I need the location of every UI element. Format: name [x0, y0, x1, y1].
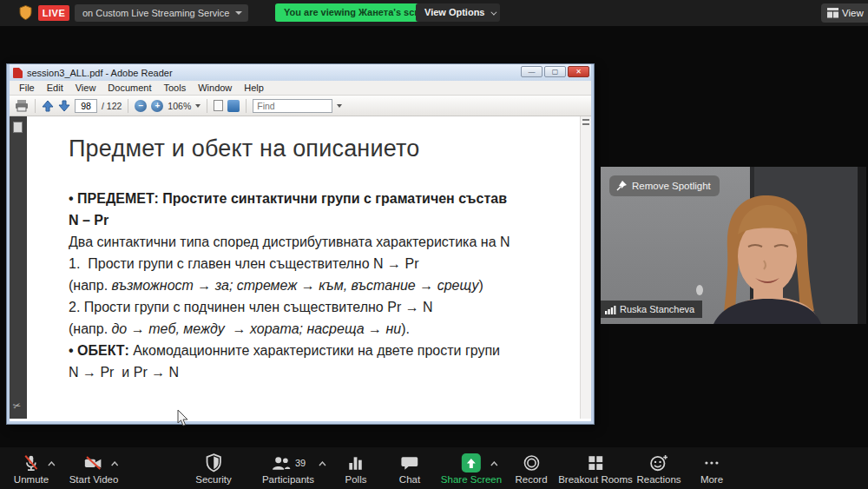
- menu-window[interactable]: Window: [192, 83, 238, 93]
- chat-label: Chat: [399, 474, 420, 485]
- window-title: session3_ALL.pdf - Adobe Reader: [27, 68, 173, 78]
- menu-bar: File Edit View Document Tools Window Hel…: [10, 81, 591, 96]
- menu-file[interactable]: File: [13, 83, 41, 93]
- zoom-level-label: 106%: [168, 101, 191, 111]
- chevron-up-icon[interactable]: [319, 461, 326, 466]
- stream-service-dropdown[interactable]: on Custom Live Streaming Service: [75, 4, 248, 22]
- scrollbar-grip-icon: [582, 119, 589, 125]
- polls-button[interactable]: Polls: [345, 453, 367, 485]
- reactions-smiley-icon: [649, 454, 668, 472]
- slide-line: N – Pr: [69, 213, 108, 228]
- chat-bubble-icon: [401, 454, 418, 472]
- breakout-rooms-button[interactable]: Breakout Rooms: [558, 453, 633, 485]
- record-icon: [523, 454, 540, 472]
- pdf-toolbar: / 122 − + 106%: [10, 96, 591, 116]
- page-number-input[interactable]: [75, 99, 97, 113]
- reactions-button[interactable]: Reactions: [636, 453, 681, 485]
- zoom-out-button[interactable]: −: [135, 100, 147, 112]
- slide-line: N → Pr и Pr → N: [69, 361, 580, 383]
- live-badge: LIVE: [38, 5, 69, 21]
- toolbar-separator: [35, 99, 36, 113]
- chat-button[interactable]: Chat: [399, 453, 420, 485]
- menu-tools[interactable]: Tools: [158, 83, 193, 93]
- slide-line: (напр. до → теб, между → хората; насреща…: [69, 318, 580, 340]
- window-title-bar[interactable]: session3_ALL.pdf - Adobe Reader — ▢ ✕: [10, 64, 591, 81]
- encryption-shield-icon: [19, 5, 32, 23]
- pin-icon: [616, 180, 628, 191]
- microphone-muted-icon: [22, 453, 41, 472]
- minimize-button[interactable]: —: [521, 66, 542, 77]
- slide-line: • ОБЕКТ: Акомодационните характеристики …: [69, 340, 580, 361]
- participant-name-tag: Ruska Stancheva: [601, 301, 702, 318]
- participant-video-tile[interactable]: Remove Spotlight Ruska Stancheva: [601, 167, 866, 324]
- toolbar-separator: [246, 99, 247, 113]
- page-total-label: / 122: [102, 101, 122, 111]
- previous-page-icon[interactable]: [42, 100, 54, 112]
- find-input[interactable]: [253, 99, 332, 113]
- find-dropdown-icon[interactable]: [337, 104, 342, 108]
- menu-view[interactable]: View: [69, 83, 102, 93]
- view-button[interactable]: View: [821, 3, 868, 23]
- adobe-reader-window: session3_ALL.pdf - Adobe Reader — ▢ ✕ Fi…: [7, 64, 594, 424]
- meeting-top-bar: LIVE on Custom Live Streaming Service Yo…: [0, 0, 868, 26]
- record-button[interactable]: Record: [515, 453, 547, 485]
- slide-line: Два синтактични типа според дистрибутивн…: [69, 231, 580, 253]
- adobe-pdf-icon: [13, 68, 23, 78]
- print-icon[interactable]: [15, 100, 29, 112]
- polls-icon: [347, 454, 365, 472]
- security-button[interactable]: Security: [195, 453, 232, 485]
- vertical-scrollbar[interactable]: [580, 116, 591, 419]
- next-page-icon[interactable]: [58, 100, 70, 112]
- start-video-label: Start Video: [69, 474, 119, 485]
- slide-title: Предмет и обект на описанието: [69, 135, 580, 162]
- more-button[interactable]: More: [700, 453, 723, 485]
- share-screen-icon: [462, 453, 481, 472]
- close-button[interactable]: ✕: [568, 66, 589, 77]
- security-shield-icon: [205, 453, 222, 472]
- remove-spotlight-button[interactable]: Remove Spotlight: [609, 175, 720, 196]
- chevron-down-icon: [235, 11, 242, 15]
- attachments-paperclip-icon[interactable]: ✂︎: [11, 400, 22, 413]
- menu-edit[interactable]: Edit: [41, 83, 69, 93]
- remove-spotlight-label: Remove Spotlight: [632, 181, 711, 191]
- slide-line: 2. Прости групи с подчинен член съществи…: [69, 296, 580, 318]
- slide-line: 1. Прости групи с главен член съществите…: [69, 253, 580, 274]
- participants-icon: [271, 454, 292, 472]
- zoom-in-button[interactable]: +: [151, 100, 163, 112]
- mouse-cursor: [177, 410, 188, 426]
- maximize-button[interactable]: ▢: [544, 66, 566, 77]
- scrolling-mode-icon[interactable]: [227, 100, 240, 112]
- audio-level-icon: [605, 306, 616, 314]
- menu-help[interactable]: Help: [238, 83, 270, 93]
- participants-label: Participants: [262, 474, 314, 485]
- chevron-up-icon[interactable]: [48, 461, 56, 466]
- security-label: Security: [195, 474, 232, 485]
- camera-off-icon: [83, 453, 104, 472]
- participants-button[interactable]: 39 Participants: [262, 453, 314, 485]
- share-screen-button[interactable]: Share Screen: [441, 453, 502, 485]
- slide-body: • ПРЕДЕМЕТ: Простите синтактични групи с…: [69, 188, 580, 383]
- reactions-label: Reactions: [636, 474, 681, 485]
- stream-service-label: on Custom Live Streaming Service: [82, 8, 229, 18]
- grid-view-icon: [827, 8, 838, 18]
- view-button-label: View: [842, 8, 864, 18]
- toolbar-separator: [207, 99, 207, 113]
- chevron-up-icon[interactable]: [490, 461, 498, 466]
- zoom-dropdown-icon[interactable]: [195, 104, 201, 108]
- page-display-icon[interactable]: [214, 100, 223, 111]
- unmute-button[interactable]: Unmute: [14, 453, 49, 485]
- start-video-button[interactable]: Start Video: [69, 453, 119, 485]
- menu-document[interactable]: Document: [102, 83, 157, 93]
- navigation-panel: ✂︎: [10, 116, 27, 419]
- breakout-rooms-icon: [587, 454, 604, 472]
- slide-line: (напр. възможност → за; стремеж → към, в…: [69, 274, 580, 296]
- view-options-button[interactable]: View Options: [416, 3, 500, 22]
- chevron-down-icon: [491, 10, 497, 16]
- pages-panel-icon[interactable]: [13, 122, 23, 133]
- record-label: Record: [515, 474, 547, 485]
- share-screen-label: Share Screen: [441, 474, 502, 485]
- participants-count: 39: [295, 458, 306, 468]
- view-options-label: View Options: [424, 7, 484, 17]
- chevron-up-icon[interactable]: [111, 461, 119, 466]
- pdf-page: Предмет и обект на описанието • ПРЕДЕМЕТ…: [27, 116, 580, 419]
